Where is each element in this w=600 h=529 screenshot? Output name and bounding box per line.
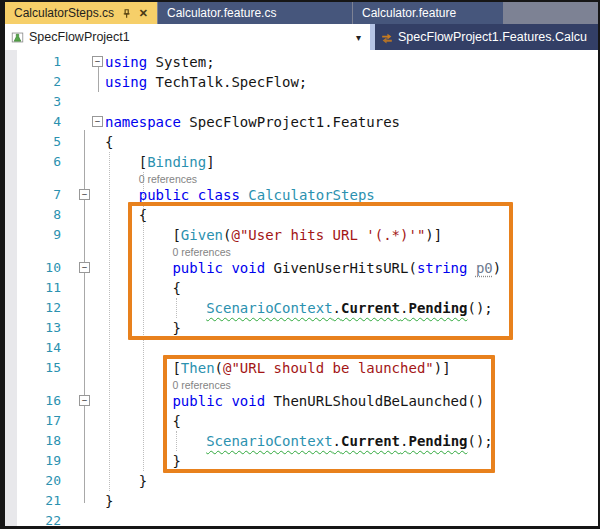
code-line[interactable]: 15 [Then(@"URL should be launched")] — [5, 358, 598, 378]
line-number: 13 — [17, 318, 61, 338]
references-annotation[interactable]: 0 references — [5, 378, 598, 391]
code-text: using TechTalk.SpecFlow; — [105, 72, 307, 92]
line-number: 1 — [17, 52, 61, 72]
member-dropdown[interactable]: SpecFlowProject1.Features.Calcu — [375, 24, 598, 50]
line-number: 11 — [17, 278, 61, 298]
references-annotation[interactable]: 0 references — [5, 245, 598, 258]
line-number: 7 — [17, 185, 61, 205]
code-line[interactable]: 7− public class CalculatorSteps — [5, 185, 598, 205]
line-number: 16 — [17, 391, 61, 411]
code-text: { — [105, 411, 181, 431]
code-text: [Given(@"User hits URL '(.*)'")] — [105, 225, 442, 245]
line-number: 3 — [17, 92, 61, 112]
line-number: 9 — [17, 225, 61, 245]
code-text: public void GivenUserHitsURL(string p0) — [105, 258, 501, 278]
code-text: 0 references — [105, 378, 231, 391]
line-number: 8 — [17, 205, 61, 225]
code-text: ScenarioContext.Current.Pending(); — [105, 298, 493, 318]
line-number: 2 — [17, 72, 61, 92]
code-line[interactable]: 19 } — [5, 451, 598, 471]
code-line[interactable]: 5{ — [5, 132, 598, 152]
code-text: } — [105, 451, 181, 471]
close-icon[interactable]: ✕ — [139, 7, 148, 20]
pin-icon[interactable] — [121, 8, 132, 19]
vs-editor-window: CalculatorSteps.cs✕Calculator.feature.cs… — [0, 0, 600, 529]
line-number: 14 — [17, 338, 61, 358]
tab-calculator-feature[interactable]: Calculator.feature — [353, 2, 503, 24]
fold-toggle[interactable]: − — [92, 116, 103, 127]
code-line[interactable]: 17 { — [5, 411, 598, 431]
code-line[interactable]: 1−using System; — [5, 52, 598, 72]
line-number: 4 — [17, 112, 61, 132]
tab-label: Calculator.feature.cs — [167, 6, 276, 20]
code-line[interactable]: 20 } — [5, 471, 598, 491]
code-line[interactable]: 8 { — [5, 205, 598, 225]
project-dropdown[interactable]: SpecFlowProject1 ▾ — [5, 24, 370, 50]
project-icon — [11, 31, 24, 44]
code-editor[interactable]: 1−using System;2using TechTalk.SpecFlow;… — [5, 50, 598, 526]
tab-label: Calculator.feature — [362, 6, 456, 20]
code-text: } — [105, 491, 113, 511]
project-name: SpecFlowProject1 — [29, 30, 130, 44]
code-line[interactable]: 9 [Given(@"User hits URL '(.*)'")] — [5, 225, 598, 245]
code-line[interactable]: 2using TechTalk.SpecFlow; — [5, 72, 598, 92]
code-line[interactable]: 16− public void ThenURLShouldBeLaunched(… — [5, 391, 598, 411]
code-text: { — [105, 132, 113, 152]
code-line[interactable]: 14 — [5, 338, 598, 358]
line-number: 18 — [17, 431, 61, 451]
references-annotation[interactable]: 0 references — [5, 172, 598, 185]
code-line[interactable]: 12 ScenarioContext.Current.Pending(); — [5, 298, 598, 318]
line-number: 22 — [17, 511, 61, 526]
line-number: 6 — [17, 152, 61, 172]
code-text: } — [105, 318, 181, 338]
code-line[interactable]: 10− public void GivenUserHitsURL(string … — [5, 258, 598, 278]
line-number: 20 — [17, 471, 61, 491]
member-name: SpecFlowProject1.Features.Calcu — [398, 30, 587, 44]
tab-calculator-feature-cs[interactable]: Calculator.feature.cs — [158, 2, 352, 24]
code-line[interactable]: 22 — [5, 511, 598, 526]
fold-toggle[interactable]: − — [79, 262, 90, 273]
code-text: { — [105, 205, 147, 225]
code-line[interactable]: 13 } — [5, 318, 598, 338]
tab-calculatorsteps-cs[interactable]: CalculatorSteps.cs✕ — [5, 2, 157, 24]
line-number: 5 — [17, 132, 61, 152]
code-line[interactable]: 3 — [5, 92, 598, 112]
fold-toggle[interactable]: − — [79, 189, 90, 200]
code-text: ScenarioContext.Current.Pending(); — [105, 431, 493, 451]
code-text: } — [105, 471, 147, 491]
code-text: 0 references — [105, 172, 197, 185]
chevron-down-icon[interactable]: ▾ — [356, 32, 361, 43]
code-line[interactable]: 18 ScenarioContext.Current.Pending(); — [5, 431, 598, 451]
code-text: public void ThenURLShouldBeLaunched() — [105, 391, 484, 411]
tab-bar: CalculatorSteps.cs✕Calculator.feature.cs… — [5, 2, 598, 24]
line-number: 15 — [17, 358, 61, 378]
code-text: using System; — [105, 52, 215, 72]
code-text: [Binding] — [105, 152, 215, 172]
line-number: 19 — [17, 451, 61, 471]
specflow-icon — [380, 30, 394, 44]
code-line[interactable]: 6 [Binding] — [5, 152, 598, 172]
code-line[interactable]: 21} — [5, 491, 598, 511]
line-number: 17 — [17, 411, 61, 431]
code-text: { — [105, 278, 181, 298]
code-line[interactable]: 11 { — [5, 278, 598, 298]
line-number: 21 — [17, 491, 61, 511]
line-number: 10 — [17, 258, 61, 278]
code-text: [Then(@"URL should be launched")] — [105, 358, 451, 378]
code-text: namespace SpecFlowProject1.Features — [105, 112, 400, 132]
fold-toggle[interactable]: − — [92, 56, 103, 67]
tab-label: CalculatorSteps.cs — [14, 6, 114, 20]
line-number: 12 — [17, 298, 61, 318]
code-line[interactable]: 4−namespace SpecFlowProject1.Features — [5, 112, 598, 132]
navigation-bar: SpecFlowProject1 ▾ SpecFlowProject1.Feat… — [5, 24, 598, 50]
code-lines: 1−using System;2using TechTalk.SpecFlow;… — [5, 50, 598, 526]
fold-toggle[interactable]: − — [79, 395, 90, 406]
code-text: public class CalculatorSteps — [105, 185, 375, 205]
code-text: 0 references — [105, 245, 231, 258]
